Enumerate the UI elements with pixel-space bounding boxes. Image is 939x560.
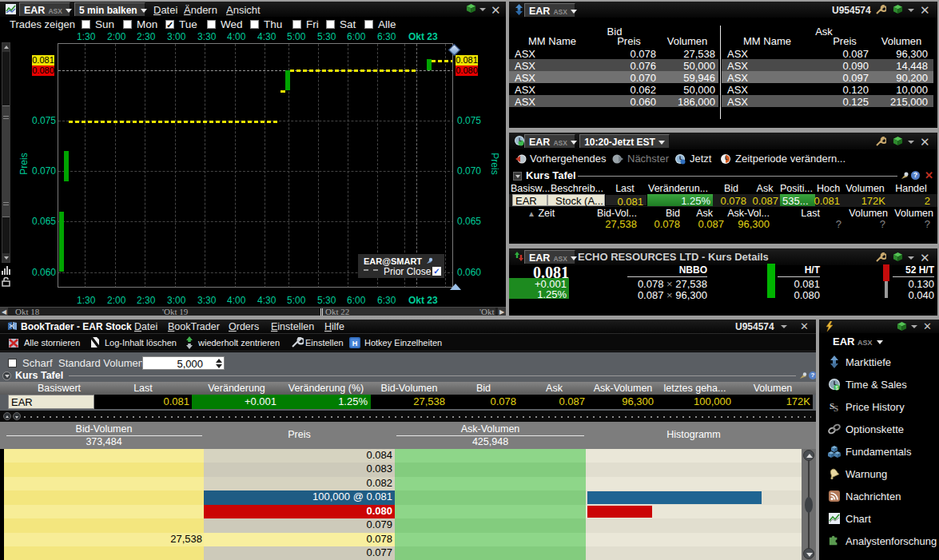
svg-text:$: $: [835, 385, 838, 391]
svg-text:H: H: [352, 340, 358, 348]
svg-text:S: S: [834, 403, 838, 413]
